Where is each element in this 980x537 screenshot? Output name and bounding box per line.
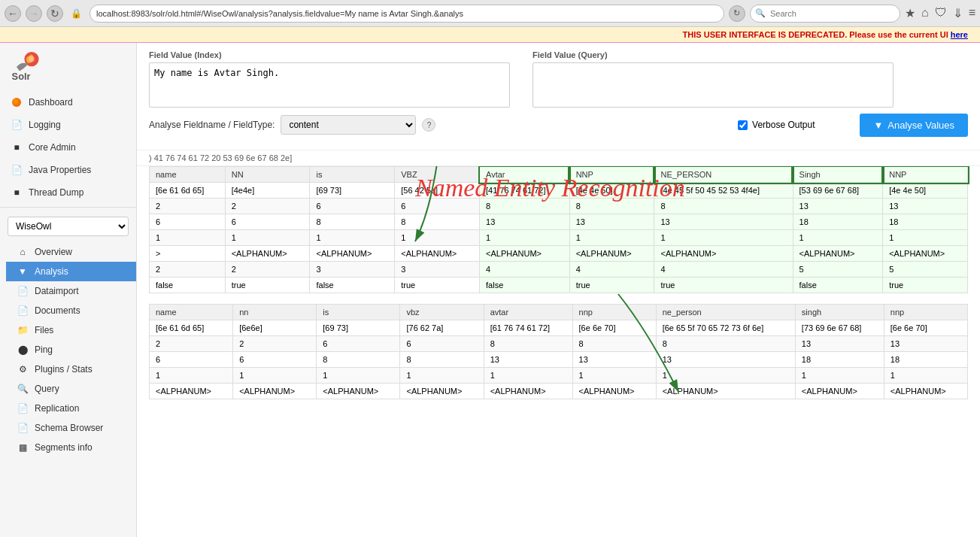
menu-icon[interactable]: ≡ <box>969 6 975 20</box>
table-cell: 4 <box>480 262 570 278</box>
table-cell: [53 69 6e 67 68] <box>793 183 883 199</box>
table-cell: 2 <box>233 336 317 352</box>
sidebar-item-replication[interactable]: 📄 Replication <box>6 399 136 418</box>
table-cell: 1 <box>572 368 656 384</box>
forward-button[interactable]: → <box>26 5 42 22</box>
analyse-values-button[interactable]: ▼ Analyse Values <box>860 114 968 137</box>
fieldtype-select[interactable]: content <box>281 115 416 135</box>
table-cell: true <box>225 278 310 293</box>
sidebar-item-files[interactable]: 📁 Files <box>6 320 136 340</box>
table-cell: <ALPHANUM> <box>233 384 317 399</box>
svg-text:Solr: Solr <box>12 71 31 82</box>
table-cell: <ALPHANUM> <box>572 384 656 399</box>
table-cell: 1 <box>150 230 226 246</box>
table-cell: true <box>654 278 793 293</box>
col-singh: Singh <box>793 167 883 183</box>
table-cell: 13 <box>484 352 572 368</box>
table-cell: 1 <box>654 230 793 246</box>
sidebar-item-documents[interactable]: 📄 Documents <box>6 301 136 320</box>
table-cell: 1 <box>400 368 484 384</box>
table-cell: <ALPHANUM> <box>569 246 654 262</box>
field-value-index-input[interactable] <box>149 62 510 108</box>
col-ne-person: NE_PERSON <box>654 167 793 183</box>
sidebar-item-plugins[interactable]: ⚙ Plugins / Stats <box>6 360 136 379</box>
table-cell: 18 <box>795 352 884 368</box>
table-cell: <ALPHANUM> <box>656 384 795 399</box>
sidebar-item-logging[interactable]: 📄 Logging <box>0 114 136 136</box>
table-cell: 6 <box>233 352 317 368</box>
download-icon[interactable]: ⇓ <box>953 6 963 20</box>
sidebar-item-overview[interactable]: ⌂ Overview <box>6 242 136 262</box>
table-cell: 8 <box>572 336 656 352</box>
field-value-query-label: Field Value (Query) <box>532 50 968 59</box>
thread-dump-icon: ■ <box>11 187 23 199</box>
bookmark-icon[interactable]: ★ <box>905 6 915 20</box>
schema-icon: 📄 <box>17 422 29 434</box>
refresh-button[interactable]: ↻ <box>729 5 745 22</box>
table-cell: 1 <box>656 368 795 384</box>
table-cell: <ALPHANUM> <box>225 246 310 262</box>
table-cell: 5 <box>793 262 883 278</box>
table-cell: 1 <box>883 230 968 246</box>
sidebar-item-java-properties[interactable]: 📄 Java Properties <box>0 159 136 181</box>
table-cell: false <box>480 278 570 293</box>
sidebar-item-query[interactable]: 🔍 Query <box>6 379 136 399</box>
search-icon: 🔍 <box>755 8 766 18</box>
verbose-checkbox[interactable] <box>738 120 748 130</box>
back-button[interactable]: ← <box>5 5 21 22</box>
table-cell: 6 <box>400 336 484 352</box>
table-cell: <ALPHANUM> <box>400 384 484 399</box>
col-nn: NN <box>225 167 310 183</box>
table-cell: <ALPHANUM> <box>310 246 395 262</box>
table-cell: > <box>150 246 226 262</box>
verbose-row: Verbose Output <box>738 115 815 135</box>
sidebar-item-dashboard[interactable]: Dashboard <box>0 91 136 114</box>
col-nnp-lc-2: nnp <box>884 305 967 320</box>
help-button[interactable]: ? <box>422 118 435 132</box>
lock-icon: 🔒 <box>68 8 85 19</box>
table-cell: 8 <box>400 352 484 368</box>
search-input[interactable] <box>750 5 900 23</box>
here-link[interactable]: here <box>951 30 968 39</box>
table-cell: 5 <box>883 262 968 278</box>
col-name-lc: name <box>150 305 233 320</box>
table-cell: 8 <box>317 352 400 368</box>
field-value-query-input[interactable] <box>532 62 894 108</box>
sidebar-item-core-admin[interactable]: ■ Core Admin <box>0 136 136 159</box>
sidebar-item-thread-dump[interactable]: ■ Thread Dump <box>0 181 136 204</box>
table-body-section2: [6e 61 6d 65][6e6e][69 73][76 62 7a][61 … <box>150 320 968 399</box>
col-nnp-lc-1: nnp <box>572 305 656 320</box>
sidebar-item-ping[interactable]: ⬤ Ping <box>6 340 136 360</box>
address-bar[interactable] <box>90 5 724 23</box>
table-cell: 1 <box>569 230 654 246</box>
table-cell: 8 <box>656 336 795 352</box>
table-row: ><ALPHANUM><ALPHANUM><ALPHANUM><ALPHANUM… <box>150 246 968 262</box>
col-avtar-lc: avtar <box>484 305 572 320</box>
table-cell: 3 <box>310 262 395 278</box>
sidebar-item-segments-info[interactable]: ▩ Segments info <box>6 438 136 457</box>
logging-icon: 📄 <box>11 119 23 131</box>
replication-icon: 📄 <box>17 402 29 414</box>
table-cell: 18 <box>883 214 968 230</box>
sidebar-item-dataimport[interactable]: 📄 Dataimport <box>6 281 136 301</box>
table-cell: 13 <box>572 352 656 368</box>
ping-icon: ⬤ <box>17 344 29 356</box>
home-icon[interactable]: ⌂ <box>921 6 929 20</box>
table-cell: [41 76 74 61 72] <box>480 183 570 199</box>
table-row: <ALPHANUM><ALPHANUM><ALPHANUM><ALPHANUM>… <box>150 384 968 399</box>
col-singh-lc: singh <box>795 305 884 320</box>
sidebar-item-schema-browser[interactable]: 📄 Schema Browser <box>6 418 136 438</box>
solr-logo: Solr <box>0 43 136 91</box>
analysis-icon: ▼ <box>17 265 29 278</box>
reload-button[interactable]: ↻ <box>47 5 63 22</box>
table-cell: 1 <box>484 368 572 384</box>
core-selector: WiseOwl <box>0 211 136 242</box>
table-cell: <ALPHANUM> <box>484 384 572 399</box>
shield-icon[interactable]: 🛡 <box>935 6 947 20</box>
table-cell: true <box>883 278 968 293</box>
sidebar: Solr Dashboard 📄 Logging ■ Core Admin 📄 … <box>0 43 137 537</box>
table-cell: 13 <box>656 352 795 368</box>
table-cell: <ALPHANUM> <box>317 384 400 399</box>
core-select-dropdown[interactable]: WiseOwl <box>8 217 129 236</box>
sidebar-item-analysis[interactable]: ▼ Analysis <box>6 262 136 281</box>
